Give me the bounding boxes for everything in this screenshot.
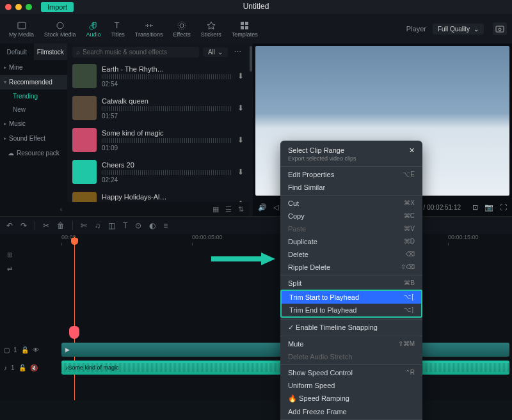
tab-my-media[interactable]: My Media — [5, 19, 38, 40]
track-row[interactable]: Happy Holidays-Al… 01:09 ⬇ — [67, 188, 249, 202]
download-icon[interactable]: ⬇ — [237, 167, 244, 176]
download-icon[interactable]: ⬇ — [237, 72, 244, 81]
ctx-trim-start[interactable]: Trim Start to Playhead⌥[ — [282, 291, 421, 304]
ctx-trim-end[interactable]: Trim End to Playhead⌥] — [282, 304, 421, 316]
sort-icon[interactable]: ⇅ — [238, 205, 244, 214]
cloud-icon: ☁ — [8, 150, 14, 157]
track-info: Cheers 20 02:24 — [102, 161, 232, 183]
color-icon[interactable]: ◐ — [149, 221, 156, 230]
import-button[interactable]: Import — [41, 2, 74, 12]
crop-icon[interactable]: ◫ — [108, 221, 115, 230]
grid-view-icon[interactable]: ▦ — [212, 205, 219, 214]
ctx-item[interactable]: Show Speed Control⌃R — [280, 366, 422, 379]
track-row[interactable]: Catwalk queen 01:57 ⬇ — [67, 92, 249, 124]
ctx-highlight-box: Trim Start to Playhead⌥[ Trim End to Pla… — [280, 290, 422, 318]
sidebar-tab-filmstock[interactable]: Filmstock — [34, 43, 68, 60]
redo-icon[interactable]: ↷ — [20, 221, 27, 230]
track-info: Some kind of magic 01:09 — [102, 129, 232, 152]
timeline-link-icon[interactable]: ⇄ — [4, 263, 15, 274]
list-view-icon[interactable]: ☰ — [225, 205, 232, 214]
ctx-item[interactable]: Uniform Speed — [280, 379, 422, 392]
ctx-item: Paste⌘V — [280, 222, 422, 235]
adjust-icon[interactable]: ≡ — [163, 221, 168, 230]
ctx-header[interactable]: Select Clip Range✕ — [280, 143, 422, 155]
sidebar-item-recommended[interactable]: ▾Recommended — [0, 75, 67, 89]
tab-titles[interactable]: TTitles — [108, 19, 129, 40]
ctx-item[interactable]: Add Freeze Frame — [280, 405, 422, 418]
ctx-item[interactable]: Edit Properties⌥E — [280, 168, 422, 181]
svg-rect-8 — [245, 26, 248, 29]
lock-icon[interactable]: 🔓 — [19, 364, 26, 371]
more-icon[interactable]: ⋯ — [232, 48, 244, 56]
timeline-expand-icon[interactable]: ⊞ — [4, 249, 15, 260]
track-row[interactable]: Earth - The Rhyth… 02:54 ⬇ — [67, 60, 249, 92]
min-dot[interactable] — [15, 4, 22, 10]
svg-point-1 — [57, 22, 63, 29]
ctx-item[interactable]: Mute⇧⌘M — [280, 338, 422, 350]
ctx-item[interactable]: 🔥 Speed Ramping — [280, 392, 422, 405]
filter-all[interactable]: All⌄ — [203, 47, 228, 57]
sidebar-sub-trending[interactable]: Trending — [0, 89, 67, 103]
track-thumb — [72, 64, 97, 88]
ctx-snap[interactable]: ✓ Enable Timeline Snapping — [280, 321, 422, 334]
snapshot-button[interactable] — [493, 22, 507, 35]
speed-icon[interactable]: ⊙ — [135, 221, 141, 230]
sidebar-sub-new[interactable]: New — [0, 103, 67, 116]
close-icon[interactable]: ✕ — [409, 146, 415, 155]
text-icon[interactable]: T — [123, 221, 127, 230]
sidebar: Default Filmstock ▸Mine ▾Recommended Tre… — [0, 43, 67, 216]
download-icon[interactable]: ⬇ — [237, 136, 244, 144]
sidebar-item-sound-effect[interactable]: ▸Sound Effect — [0, 131, 67, 146]
lock-icon[interactable]: 🔓 — [21, 346, 29, 354]
svg-point-10 — [499, 28, 501, 31]
track-name: Happy Holidays-Al… — [102, 193, 232, 201]
ctx-item[interactable]: Delete⌫ — [280, 248, 422, 261]
ctx-item[interactable]: Duplicate⌘D — [280, 235, 422, 248]
tab-templates[interactable]: Templates — [228, 19, 262, 40]
track-name: Cheers 20 — [102, 161, 232, 169]
cut-icon[interactable]: ✂ — [43, 221, 49, 230]
sound-icon[interactable]: 🔊 — [258, 203, 267, 212]
tab-transitions[interactable]: Transitions — [131, 19, 167, 40]
collapse-icon[interactable]: ‹ — [60, 206, 62, 213]
camera-icon[interactable]: 📷 — [484, 203, 493, 212]
sidebar-item-resource-pack[interactable]: ☁Resource pack — [0, 146, 67, 160]
music-note-icon[interactable]: ♫ — [95, 221, 100, 230]
ctx-subtitle: Export selected video clips — [280, 155, 422, 165]
prev-icon[interactable]: ◁ — [273, 203, 278, 212]
search-icon: ⌕ — [76, 49, 80, 56]
split-icon[interactable]: ✄ — [81, 221, 87, 230]
track-name: Some kind of magic — [102, 129, 232, 137]
search-input[interactable]: ⌕Search music & sound effects — [72, 47, 199, 58]
fullscreen-icon[interactable]: ⛶ — [500, 203, 507, 211]
tab-effects[interactable]: Effects — [169, 19, 194, 40]
quality-select[interactable]: Full Quality⌄ — [433, 24, 484, 35]
ctx-item[interactable]: Ripple Delete⇧⌫ — [280, 261, 422, 274]
tab-stock-media[interactable]: Stock Media — [40, 19, 80, 40]
ctx-split[interactable]: Split⌘B — [280, 277, 422, 290]
download-icon[interactable]: ⬇ — [237, 104, 244, 113]
sidebar-item-mine[interactable]: ▸Mine — [0, 60, 67, 75]
track-wave — [102, 74, 232, 79]
undo-icon[interactable]: ↶ — [6, 221, 13, 230]
max-dot[interactable] — [26, 4, 32, 10]
delete-icon[interactable]: 🗑 — [57, 221, 65, 230]
tab-stickers[interactable]: Stickers — [197, 19, 225, 40]
playhead-handle[interactable] — [71, 238, 78, 245]
annotation-arrow — [211, 251, 275, 268]
close-dot[interactable] — [5, 4, 12, 10]
ctx-item[interactable]: Cut⌘X — [280, 197, 422, 210]
playhead[interactable] — [74, 237, 75, 400]
track-row[interactable]: Cheers 20 02:24 ⬇ — [67, 156, 249, 188]
track-row[interactable]: Some kind of magic 01:09 ⬇ — [67, 124, 249, 156]
marker[interactable] — [69, 326, 79, 339]
mark-in-icon[interactable]: ⊡ — [472, 203, 478, 212]
eye-icon[interactable]: 👁 — [33, 346, 39, 354]
sidebar-tab-default[interactable]: Default — [0, 43, 34, 60]
ctx-item[interactable]: Copy⌘C — [280, 210, 422, 222]
tab-audio[interactable]: Audio — [83, 19, 105, 40]
sidebar-item-music[interactable]: ▸Music — [0, 116, 67, 131]
ruler-tick: 00:00:05:00 — [192, 234, 223, 240]
mute-icon[interactable]: 🔇 — [30, 364, 38, 371]
ctx-item[interactable]: Find Similar — [280, 181, 422, 194]
